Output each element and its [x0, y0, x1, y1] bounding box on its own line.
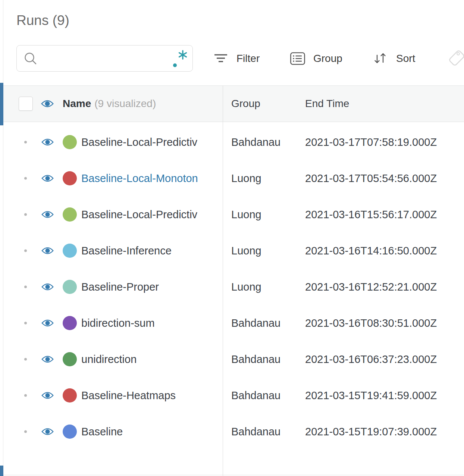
drag-handle-dot[interactable]	[24, 394, 27, 397]
run-name-link[interactable]: Baseline	[81, 425, 123, 438]
search-input[interactable]	[42, 52, 172, 65]
run-group-cell: Bahdanau	[231, 317, 280, 329]
run-color-dot	[63, 425, 77, 439]
header-selection-bar	[0, 83, 3, 125]
visibility-eye-icon[interactable]	[41, 282, 54, 292]
drag-handle-dot[interactable]	[24, 285, 27, 288]
bottom-selection-bar	[0, 466, 3, 476]
run-name-link[interactable]: Baseline-Local-Predictiv	[81, 208, 197, 220]
sort-button[interactable]: Sort	[373, 45, 415, 72]
drag-handle-dot[interactable]	[24, 430, 27, 433]
drag-handle-dot[interactable]	[24, 358, 27, 360]
visibility-eye-icon[interactable]	[41, 390, 54, 400]
regex-toggle-icon[interactable]	[172, 48, 188, 69]
visibility-eye-icon[interactable]	[41, 354, 54, 364]
run-end-time-cell: 2021-03-16T15:56:17.000Z	[305, 208, 437, 220]
run-name-link[interactable]: unidirection	[81, 353, 137, 365]
run-group-cell: Luong	[231, 208, 261, 220]
drag-handle-dot[interactable]	[24, 322, 27, 324]
table-row[interactable]: Baseline Bahdanau 2021-03-15T19:07:39.00…	[0, 413, 464, 450]
run-color-dot	[63, 352, 77, 366]
search-icon	[23, 51, 38, 66]
select-all-checkbox[interactable]	[19, 97, 33, 111]
drag-handle-dot[interactable]	[24, 141, 27, 143]
run-name-link[interactable]: bidirection-sum	[81, 317, 155, 329]
visibility-all-eye-icon[interactable]	[40, 98, 54, 109]
page-title: Runs (9)	[16, 13, 69, 28]
table-row[interactable]: Baseline-Inference Luong 2021-03-16T14:1…	[0, 232, 464, 269]
run-group-cell: Luong	[231, 244, 261, 257]
visibility-eye-icon[interactable]	[41, 209, 54, 219]
run-end-time-cell: 2021-03-16T06:37:23.000Z	[305, 353, 437, 365]
filter-button[interactable]: Filter	[213, 45, 260, 72]
run-color-dot	[63, 388, 77, 403]
run-name-link[interactable]: Baseline-Local-Monoton	[81, 172, 198, 184]
drag-handle-dot[interactable]	[24, 249, 27, 252]
sort-icon	[373, 52, 388, 65]
run-color-dot	[63, 316, 77, 330]
run-name-link[interactable]: Baseline-Heatmaps	[81, 389, 176, 401]
run-end-time-cell: 2021-03-16T12:52:21.000Z	[305, 281, 437, 293]
filter-icon	[213, 53, 228, 64]
run-group-cell: Bahdanau	[231, 425, 280, 438]
run-group-cell: Bahdanau	[231, 353, 280, 365]
run-end-time-cell: 2021-03-15T19:41:59.000Z	[305, 389, 437, 401]
run-group-cell: Bahdanau	[231, 136, 280, 148]
visibility-eye-icon[interactable]	[41, 173, 54, 183]
tag-icon[interactable]	[446, 48, 464, 67]
table-row[interactable]: Baseline-Local-Predictiv Luong 2021-03-1…	[0, 196, 464, 232]
drag-handle-dot[interactable]	[24, 177, 27, 179]
run-group-cell: Luong	[231, 172, 261, 184]
run-end-time-cell: 2021-03-16T08:30:51.000Z	[305, 317, 437, 329]
table-row[interactable]: unidirection Bahdanau 2021-03-16T06:37:2…	[0, 341, 464, 377]
group-label: Group	[313, 53, 342, 65]
runs-table-panel: Runs (9)	[0, 0, 464, 476]
table-row[interactable]: Baseline-Proper Luong 2021-03-16T12:52:2…	[0, 269, 464, 305]
table-row[interactable]: Baseline-Local-Monoton Luong 2021-03-17T…	[0, 160, 464, 196]
run-color-dot	[63, 135, 77, 149]
visualized-count: (9 visualized)	[94, 98, 156, 109]
run-name-link[interactable]: Baseline-Local-Predictiv	[81, 136, 197, 148]
sort-label: Sort	[396, 53, 415, 65]
table-row[interactable]: Baseline-Local-Predictiv Bahdanau 2021-0…	[0, 124, 464, 160]
run-group-cell: Luong	[231, 281, 261, 293]
run-name-link[interactable]: Baseline-Inference	[81, 244, 172, 257]
run-end-time-cell: 2021-03-15T19:07:39.000Z	[305, 425, 437, 438]
visibility-eye-icon[interactable]	[41, 137, 54, 147]
column-header-group: Group	[231, 98, 260, 110]
search-input-box[interactable]	[16, 45, 193, 72]
run-end-time-cell: 2021-03-17T07:58:19.000Z	[305, 136, 437, 148]
run-end-time-cell: 2021-03-17T05:54:56.000Z	[305, 172, 437, 184]
visibility-eye-icon[interactable]	[41, 245, 54, 256]
runs-list: Baseline-Local-Predictiv Bahdanau 2021-0…	[0, 122, 464, 450]
run-color-dot	[63, 244, 77, 258]
table-row[interactable]: bidirection-sum Bahdanau 2021-03-16T08:3…	[0, 305, 464, 341]
column-header-name: Name(9 visualized)	[63, 98, 156, 110]
table-header-row: Name(9 visualized) Group End Time	[0, 85, 464, 122]
group-button[interactable]: Group	[290, 45, 342, 72]
run-color-dot	[63, 207, 77, 222]
run-color-dot	[63, 280, 77, 294]
drag-handle-dot[interactable]	[24, 213, 27, 216]
panel-bottom-border	[3, 475, 464, 475]
visibility-eye-icon[interactable]	[41, 426, 54, 436]
column-header-end-time: End Time	[305, 98, 349, 110]
run-name-link[interactable]: Baseline-Proper	[81, 281, 159, 293]
visibility-eye-icon[interactable]	[41, 318, 54, 328]
run-end-time-cell: 2021-03-16T14:16:50.000Z	[305, 244, 437, 257]
group-icon	[290, 52, 305, 65]
run-group-cell: Bahdanau	[231, 389, 280, 401]
table-row[interactable]: Baseline-Heatmaps Bahdanau 2021-03-15T19…	[0, 377, 464, 413]
run-color-dot	[63, 171, 77, 185]
filter-label: Filter	[236, 53, 260, 65]
